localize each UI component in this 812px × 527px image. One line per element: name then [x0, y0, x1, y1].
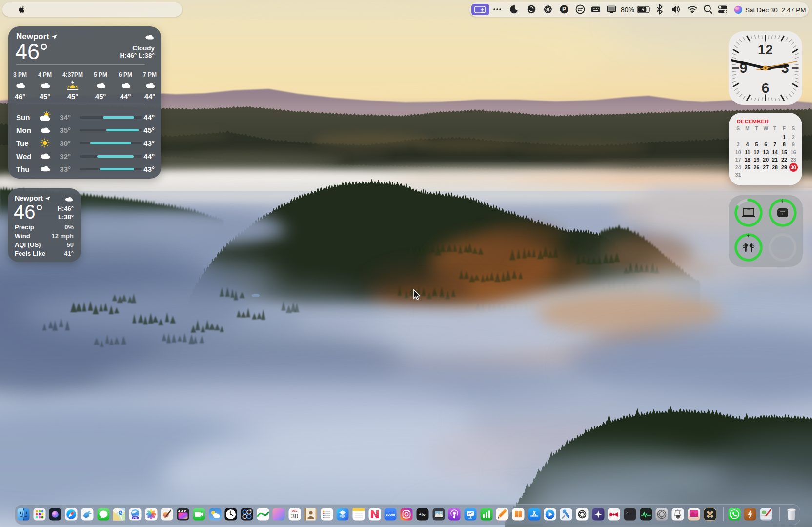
svg-text:tv: tv: [421, 512, 426, 517]
svg-text:6: 6: [762, 81, 770, 96]
svg-text:3: 3: [781, 61, 789, 76]
svg-text:Pro: Pro: [133, 517, 137, 519]
svg-text:12: 12: [758, 42, 773, 57]
svg-text:P: P: [562, 6, 566, 13]
svg-text:zoom: zoom: [386, 513, 395, 516]
svg-text:>_: >_: [626, 511, 630, 515]
svg-text:30: 30: [291, 512, 298, 520]
svg-text:0: 0: [250, 509, 251, 512]
